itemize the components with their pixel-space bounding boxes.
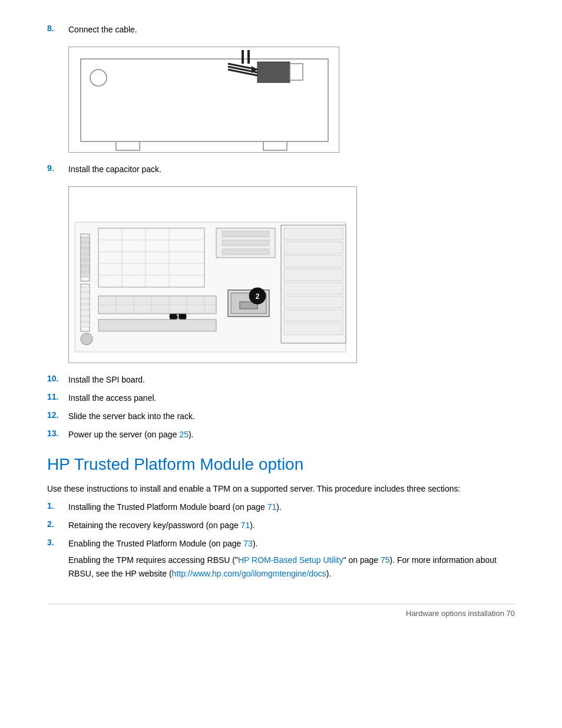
tpm-step-text-3: Enabling the Trusted Platform Module (on… — [68, 539, 257, 548]
step-number-9: 9. — [47, 163, 64, 173]
link-rbsu[interactable]: HP ROM-Based Setup Utility — [238, 555, 343, 565]
footer-text: Hardware options installation 70 — [406, 609, 515, 618]
tpm-step-1: 1. Installing the Trusted Platform Modul… — [47, 501, 515, 513]
svg-rect-44 — [284, 282, 343, 294]
svg-rect-26 — [81, 322, 90, 327]
svg-rect-21 — [81, 293, 90, 298]
tpm-step-number-2: 2. — [47, 519, 64, 529]
cable-svg — [69, 47, 339, 153]
tpm-sub-text: Enabling the TPM requires accessing RBSU… — [68, 554, 515, 580]
footer: Hardware options installation 70 — [47, 604, 515, 618]
step-12: 12. Slide the server back into the rack. — [47, 410, 515, 423]
svg-rect-42 — [284, 255, 343, 267]
svg-rect-17 — [81, 266, 90, 271]
tpm-step-number-1: 1. — [47, 501, 64, 510]
section-title: HP Trusted Platform Module option — [47, 455, 515, 474]
svg-rect-12 — [81, 237, 90, 242]
step-text-8: Connect the cable. — [68, 24, 515, 36]
svg-rect-14 — [81, 249, 90, 253]
svg-rect-16 — [81, 261, 90, 265]
tpm-step-2: 2. Retaining the recovery key/password (… — [47, 519, 515, 532]
tpm-step-text-2: Retaining the recovery key/password (on … — [68, 519, 515, 532]
step-text-10: Install the SPI board. — [68, 374, 515, 386]
svg-rect-22 — [81, 299, 90, 304]
svg-rect-15 — [81, 255, 90, 259]
svg-rect-63 — [98, 319, 216, 331]
svg-rect-23 — [81, 305, 90, 309]
step-text-12: Slide the server back into the rack. — [68, 410, 515, 423]
svg-rect-46 — [284, 309, 343, 321]
svg-point-64 — [81, 333, 92, 345]
step-number-8: 8. — [47, 24, 64, 33]
svg-rect-40 — [284, 228, 343, 240]
svg-rect-25 — [81, 317, 90, 321]
svg-rect-13 — [81, 243, 90, 248]
step-8: 8. Connect the cable. — [47, 24, 515, 36]
tpm-step-text-1: Installing the Trusted Platform Module b… — [68, 501, 515, 513]
link-page-25[interactable]: 25 — [179, 430, 189, 439]
svg-rect-43 — [284, 269, 343, 281]
link-hp-website[interactable]: http://www.hp.com/go/ilomgmtengine/docs — [172, 569, 326, 578]
link-tpm-page-71-2[interactable]: 71 — [241, 521, 250, 530]
svg-point-1 — [90, 70, 107, 86]
pcie-slots — [81, 234, 90, 281]
step-number-11: 11. — [47, 392, 64, 401]
svg-rect-7 — [290, 64, 303, 80]
svg-rect-2 — [257, 62, 290, 83]
svg-rect-36 — [222, 231, 269, 237]
tpm-step-3: 3. Enabling the Trusted Platform Module … — [47, 538, 515, 580]
step-number-13: 13. — [47, 429, 64, 438]
step-11: 11. Install the access panel. — [47, 392, 515, 404]
svg-text:2: 2 — [256, 292, 260, 301]
svg-rect-37 — [222, 240, 269, 246]
link-rbsu-page-75[interactable]: 75 — [381, 555, 390, 565]
cable-diagram — [68, 47, 339, 153]
step-9: 9. Install the capacitor pack. — [47, 163, 515, 176]
svg-rect-24 — [81, 311, 90, 315]
svg-rect-20 — [81, 287, 90, 292]
link-tpm-page-73[interactable]: 73 — [243, 539, 253, 548]
capacitor-svg: 1 2 — [69, 187, 357, 363]
intro-paragraph: Use these instructions to install and en… — [47, 482, 515, 495]
svg-rect-47 — [284, 323, 343, 335]
step-10: 10. Install the SPI board. — [47, 374, 515, 386]
svg-rect-18 — [81, 272, 90, 277]
tpm-step-number-3: 3. — [47, 538, 64, 547]
svg-rect-0 — [81, 59, 328, 141]
svg-rect-38 — [222, 249, 269, 255]
step-text-9: Install the capacitor pack. — [68, 163, 515, 176]
expansion-slots — [81, 284, 90, 331]
link-tpm-page-71-1[interactable]: 71 — [267, 502, 277, 512]
svg-rect-41 — [284, 242, 343, 253]
step-text-11: Install the access panel. — [68, 392, 515, 404]
step-text-13: Power up the server (on page 25). — [68, 429, 515, 441]
svg-rect-45 — [284, 296, 343, 308]
capacitor-diagram: 1 2 — [68, 186, 357, 363]
step-number-10: 10. — [47, 374, 64, 383]
step-13: 13. Power up the server (on page 25). — [47, 429, 515, 441]
step-number-12: 12. — [47, 410, 64, 420]
